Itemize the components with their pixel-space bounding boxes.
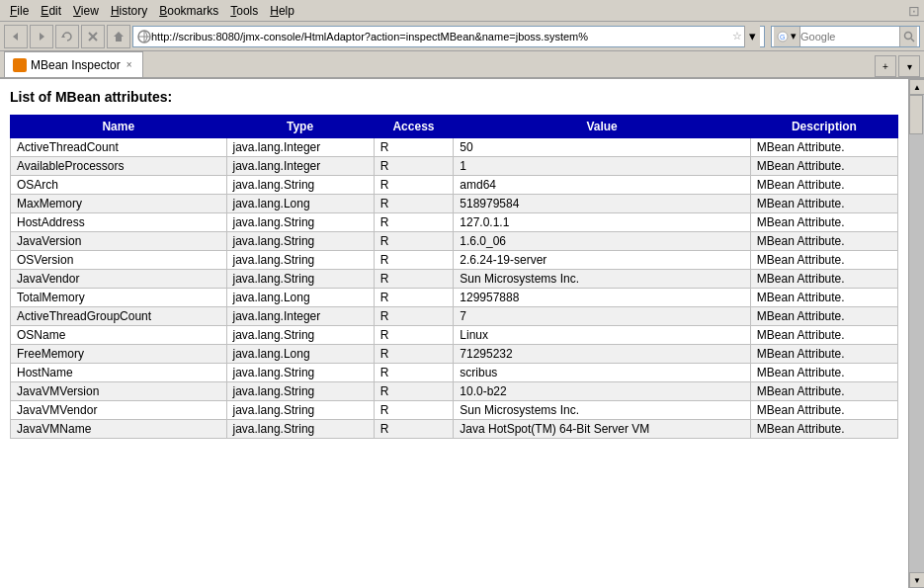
cell-description: MBean Attribute. (750, 420, 897, 439)
cell-access: R (374, 364, 454, 382)
table-row: JavaVersionjava.lang.StringR1.6.0_06MBea… (11, 232, 898, 251)
scrollbar: ▲ ▼ (908, 79, 924, 588)
scroll-track[interactable] (909, 95, 924, 572)
table-row: MaxMemoryjava.lang.LongR518979584MBean A… (11, 195, 898, 213)
table-row: FreeMemoryjava.lang.LongR71295232MBean A… (11, 345, 898, 364)
cell-description: MBean Attribute. (750, 213, 897, 232)
cell-access: R (374, 270, 454, 289)
menu-file[interactable]: File (4, 2, 35, 20)
cell-description: MBean Attribute. (750, 326, 897, 345)
cell-type: java.lang.String (226, 326, 374, 345)
cell-type: java.lang.String (226, 382, 374, 401)
url-bar: ☆ ▾ (132, 26, 765, 47)
cell-value: 10.0-b22 (454, 382, 751, 401)
menu-edit[interactable]: Edit (35, 2, 67, 20)
menu-view[interactable]: View (67, 2, 105, 20)
cell-type: java.lang.String (226, 401, 374, 420)
cell-type: java.lang.Long (226, 195, 374, 213)
menu-tools[interactable]: Tools (224, 2, 264, 20)
cell-description: MBean Attribute. (750, 289, 897, 307)
cell-access: R (374, 138, 454, 157)
main-area: List of MBean attributes: Name Type Acce… (0, 79, 924, 588)
table-row: HostNamejava.lang.StringRscribusMBean At… (11, 364, 898, 382)
cell-type: java.lang.String (226, 364, 374, 382)
table-row: OSNamejava.lang.StringRLinuxMBean Attrib… (11, 326, 898, 345)
forward-button[interactable] (30, 25, 53, 48)
cell-value: 50 (454, 138, 751, 157)
cell-access: R (374, 326, 454, 345)
cell-type: java.lang.String (226, 251, 374, 270)
cell-name: JavaVersion (11, 232, 227, 251)
table-header-row: Name Type Access Value Description (11, 116, 898, 138)
svg-marker-2 (61, 35, 65, 38)
home-button[interactable] (107, 25, 130, 48)
cell-value: Java HotSpot(TM) 64-Bit Server VM (454, 420, 751, 439)
scroll-up-button[interactable]: ▲ (909, 79, 924, 95)
table-row: OSArchjava.lang.StringRamd64MBean Attrib… (11, 176, 898, 195)
cell-access: R (374, 195, 454, 213)
search-engine-button[interactable]: G ▾ (774, 27, 800, 46)
cell-value: 2.6.24-19-server (454, 251, 751, 270)
cell-value: Sun Microsystems Inc. (454, 401, 751, 420)
cell-access: R (374, 345, 454, 364)
cell-value: scribus (454, 364, 751, 382)
cell-name: AvailableProcessors (11, 157, 227, 176)
cell-name: ActiveThreadCount (11, 138, 227, 157)
cell-value: 1.6.0_06 (454, 232, 751, 251)
cell-access: R (374, 176, 454, 195)
cell-name: ActiveThreadGroupCount (11, 307, 227, 326)
scroll-thumb[interactable] (909, 95, 923, 134)
table-row: JavaVendorjava.lang.StringRSun Microsyst… (11, 270, 898, 289)
bookmark-star-icon[interactable]: ☆ (730, 30, 744, 42)
menu-bookmarks[interactable]: Bookmarks (153, 2, 224, 20)
svg-point-11 (904, 32, 911, 39)
col-header-value: Value (454, 116, 751, 138)
new-tab-button[interactable]: + (875, 55, 896, 77)
svg-text:G: G (780, 34, 785, 41)
menu-history[interactable]: History (105, 2, 153, 20)
cell-access: R (374, 251, 454, 270)
cell-type: java.lang.String (226, 213, 374, 232)
menubar: File Edit View History Bookmarks Tools H… (0, 0, 924, 22)
cell-name: OSVersion (11, 251, 227, 270)
content-area: List of MBean attributes: Name Type Acce… (0, 79, 908, 588)
col-header-type: Type (226, 116, 374, 138)
menu-help[interactable]: Help (264, 2, 300, 20)
tab-mbean-inspector[interactable]: MBean Inspector × (4, 51, 143, 77)
cell-value: 127.0.1.1 (454, 213, 751, 232)
svg-marker-0 (13, 33, 18, 41)
cell-name: JavaVMVersion (11, 382, 227, 401)
stop-button[interactable] (81, 25, 105, 48)
tab-close-button[interactable]: × (125, 59, 134, 70)
search-go-button[interactable] (899, 27, 917, 46)
cell-access: R (374, 401, 454, 420)
search-input[interactable] (800, 31, 899, 42)
search-engine-label: ▾ (791, 30, 797, 42)
cell-name: TotalMemory (11, 289, 227, 307)
cell-type: java.lang.String (226, 270, 374, 289)
svg-marker-1 (40, 33, 44, 41)
back-button[interactable] (4, 25, 28, 48)
cell-description: MBean Attribute. (750, 251, 897, 270)
table-row: JavaVMNamejava.lang.StringRJava HotSpot(… (11, 420, 898, 439)
tab-label: MBean Inspector (31, 58, 121, 72)
cell-name: FreeMemory (11, 345, 227, 364)
svg-line-12 (911, 39, 914, 42)
reload-button[interactable] (55, 25, 79, 48)
cell-type: java.lang.Integer (226, 138, 374, 157)
scroll-down-button[interactable]: ▼ (909, 572, 924, 588)
cell-access: R (374, 307, 454, 326)
page-title: List of MBean attributes: (10, 89, 898, 105)
tab-favicon (13, 58, 27, 72)
tabbar: MBean Inspector × + ▾ (0, 51, 924, 79)
search-icon (903, 31, 915, 42)
cell-value: Sun Microsystems Inc. (454, 270, 751, 289)
tab-list-button[interactable]: ▾ (898, 55, 920, 77)
cell-name: OSArch (11, 176, 227, 195)
table-row: JavaVMVersionjava.lang.StringR10.0-b22MB… (11, 382, 898, 401)
url-input[interactable] (151, 31, 730, 42)
url-dropdown-button[interactable]: ▾ (744, 26, 760, 47)
cell-type: java.lang.Long (226, 289, 374, 307)
cell-value: 71295232 (454, 345, 751, 364)
cell-name: JavaVendor (11, 270, 227, 289)
